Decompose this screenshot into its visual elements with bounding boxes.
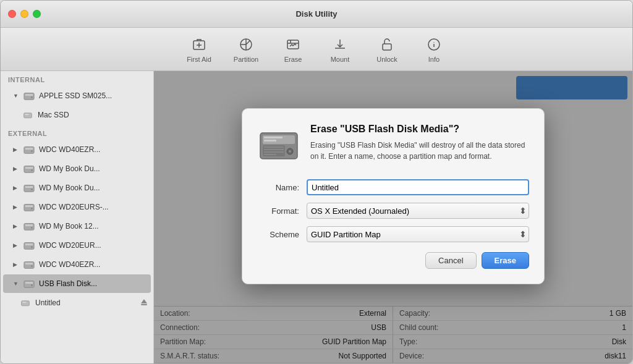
sidebar-item-wd-book1[interactable]: ▶ WD My Book Du...: [3, 159, 151, 178]
disclosure-arrow: ▼: [13, 93, 19, 99]
mount-icon: [331, 36, 349, 53]
partition-icon: [237, 36, 255, 53]
disk-icon: [19, 297, 32, 309]
sidebar-item-wdc3[interactable]: ▶ WDC WD20EUR...: [3, 236, 151, 255]
info-icon: [425, 36, 443, 53]
sidebar-item-wd-book3[interactable]: ▶ WD My Book 12...: [3, 217, 151, 235]
sidebar-item-untitled[interactable]: Untitled: [1, 294, 153, 312]
svg-rect-24: [25, 205, 33, 207]
svg-point-11: [31, 96, 33, 98]
scheme-label: Scheme: [257, 230, 307, 239]
disclosure-arrow: ▶: [13, 185, 19, 191]
svg-rect-44: [264, 140, 276, 142]
svg-rect-14: [24, 147, 34, 154]
erase-label: Erase: [284, 56, 302, 63]
sidebar-item-wdc4[interactable]: ▶ WDC WD40EZR...: [3, 255, 151, 274]
disk-icon: [23, 90, 35, 102]
format-row: Format: OS X Extended (Journaled) OS X E…: [257, 203, 529, 219]
svg-rect-35: [24, 281, 34, 288]
disk-icon: [23, 182, 35, 194]
name-row: Name:: [257, 179, 529, 195]
svg-rect-39: [22, 302, 26, 303]
svg-rect-38: [22, 301, 30, 306]
svg-rect-51: [264, 154, 276, 155]
svg-rect-40: [141, 304, 147, 305]
mount-button[interactable]: Mount: [319, 32, 361, 67]
window-controls: [8, 10, 41, 18]
main-content: Location: External Capacity: 1 GB Connec…: [154, 71, 632, 363]
svg-point-46: [289, 150, 291, 153]
svg-point-25: [31, 208, 33, 210]
svg-rect-18: [25, 167, 33, 169]
unlock-icon: [378, 36, 396, 53]
wd-book3-label: WD My Book 12...: [39, 222, 99, 231]
svg-point-37: [31, 284, 33, 286]
disclosure-arrow: ▼: [13, 281, 19, 287]
first-aid-label: First Aid: [187, 56, 211, 63]
wdc4-label: WDC WD40EZR...: [39, 260, 100, 269]
wd-book2-label: WD My Book Du...: [39, 184, 100, 192]
modal-description: Erasing "USB Flash Disk Media" will dest…: [310, 140, 529, 162]
first-aid-icon: [190, 36, 208, 53]
sidebar-item-wdc2[interactable]: ▶ WDC WD20EURS-...: [3, 198, 151, 216]
partition-button[interactable]: Partition: [225, 32, 267, 67]
info-label: Info: [428, 56, 440, 63]
disk-icon: [23, 258, 35, 271]
eject-button[interactable]: [140, 298, 148, 308]
sidebar-item-mac-ssd[interactable]: Mac SSD: [3, 106, 151, 124]
toolbar: First Aid Partition: [1, 28, 632, 71]
disk-icon: [23, 143, 35, 156]
svg-rect-33: [25, 263, 33, 265]
svg-rect-13: [25, 114, 28, 115]
format-select[interactable]: OS X Extended (Journaled) OS X Extended …: [307, 203, 529, 219]
erase-button[interactable]: Erase: [272, 32, 314, 67]
name-input[interactable]: [307, 179, 529, 195]
titlebar: Disk Utility: [1, 1, 632, 28]
svg-rect-27: [25, 224, 33, 226]
first-aid-button[interactable]: First Aid: [178, 32, 220, 67]
internal-section-header: Internal: [1, 71, 153, 86]
erase-icon: [284, 36, 302, 53]
unlock-button[interactable]: Unlock: [366, 32, 408, 67]
sidebar-item-wdc1[interactable]: ▶ WDC WD40EZR...: [3, 140, 151, 159]
svg-rect-32: [24, 262, 34, 269]
svg-rect-26: [24, 224, 34, 231]
modal-disk-image: [257, 124, 300, 167]
sidebar-item-apple-ssd[interactable]: ▼ APPLE SSD SM025...: [3, 87, 151, 105]
close-button[interactable]: [8, 10, 16, 18]
disk-icon: [23, 239, 35, 252]
disclosure-arrow: ▶: [13, 204, 19, 210]
disk-icon: [22, 109, 34, 121]
wdc3-label: WDC WD20EUR...: [39, 241, 101, 250]
sidebar-item-wd-book2[interactable]: ▶ WD My Book Du...: [3, 179, 151, 197]
svg-point-16: [31, 150, 33, 152]
untitled-label: Untitled: [35, 298, 61, 307]
svg-point-22: [31, 188, 33, 190]
modal-buttons: Cancel Erase: [257, 252, 529, 269]
info-button[interactable]: Info: [413, 32, 455, 67]
cancel-button[interactable]: Cancel: [425, 252, 476, 269]
disclosure-arrow: ▶: [13, 261, 19, 268]
scheme-select[interactable]: GUID Partition Map Master Boot Record Ap…: [307, 226, 529, 242]
minimize-button[interactable]: [20, 10, 28, 18]
disclosure-arrow: ▶: [13, 166, 19, 172]
svg-point-31: [31, 246, 33, 248]
maximize-button[interactable]: [33, 10, 41, 18]
format-select-wrapper: OS X Extended (Journaled) OS X Extended …: [307, 203, 529, 219]
mac-ssd-label: Mac SSD: [38, 111, 69, 119]
scheme-select-wrapper: GUID Partition Map Master Boot Record Ap…: [307, 226, 529, 242]
main-window: Disk Utility First Aid: [0, 0, 633, 364]
format-label: Format:: [257, 206, 307, 216]
name-label: Name:: [257, 183, 307, 192]
sidebar: Internal ▼ APPLE SSD SM025...: [1, 71, 154, 363]
sidebar-item-usb-flash[interactable]: ▼ USB Flash Disk...: [3, 274, 151, 293]
erase-confirm-button[interactable]: Erase: [482, 252, 529, 269]
modal-title: Erase "USB Flash Disk Media"?: [310, 124, 529, 135]
window-title: Disk Utility: [295, 9, 337, 19]
svg-rect-49: [264, 149, 284, 150]
usb-flash-label: USB Flash Disk...: [39, 279, 97, 288]
scheme-row: Scheme GUID Partition Map Master Boot Re…: [257, 226, 529, 242]
svg-rect-36: [25, 282, 33, 284]
svg-rect-15: [25, 148, 33, 150]
svg-rect-50: [264, 151, 284, 153]
